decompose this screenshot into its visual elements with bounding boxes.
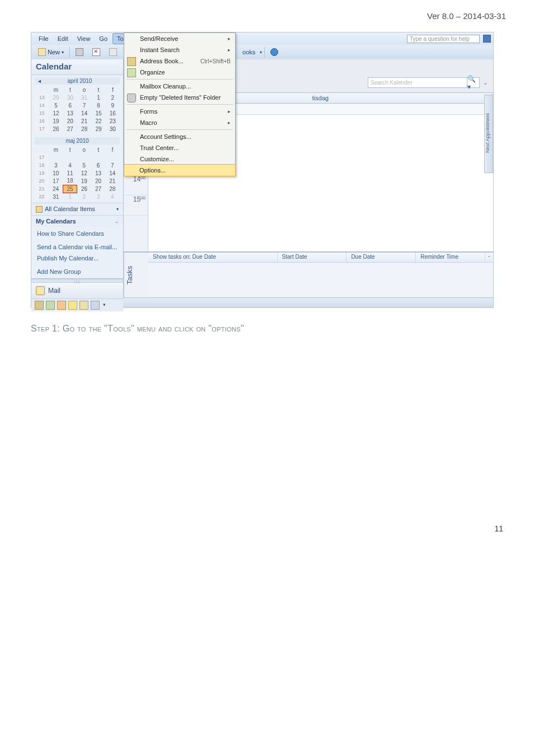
- search-calendar-input[interactable]: Search Kalender 🔍 ▾: [368, 77, 480, 88]
- menu-trust-center[interactable]: Trust Center...: [124, 142, 235, 153]
- nav-module-icons: ▾: [31, 298, 123, 311]
- menu-edit[interactable]: Edit: [54, 34, 72, 44]
- menu-instant-search[interactable]: Instant Search▸: [124, 44, 235, 55]
- tasks-col-due[interactable]: Due Date: [346, 253, 416, 262]
- tasks-panel: Tasks Show tasks on: Due Date Start Date…: [124, 251, 493, 297]
- new-icon: [38, 48, 46, 56]
- menu-send-receive[interactable]: Send/Receive▸: [124, 33, 235, 44]
- mini-calendar-maj[interactable]: maj 2010 mtotf 17 1834567 191011121314 2…: [31, 135, 123, 203]
- mail-nav-button[interactable]: Mail: [31, 282, 123, 298]
- menu-file[interactable]: File: [35, 34, 53, 44]
- configure-buttons-icon[interactable]: ▾: [102, 301, 107, 310]
- expand-search-icon[interactable]: ⌄: [483, 80, 488, 86]
- time-slot-15: 1500: [124, 195, 148, 216]
- contacts-icon[interactable]: [46, 301, 55, 310]
- print-button[interactable]: [72, 46, 87, 58]
- all-calendar-items[interactable]: All Calendar Items ▾: [31, 203, 123, 215]
- address-book-icon: [127, 57, 136, 66]
- menu-forms[interactable]: Forms▸: [124, 106, 235, 117]
- menu-go[interactable]: Go: [95, 34, 111, 44]
- organize-icon: [127, 68, 136, 77]
- toolbar-separator: [69, 47, 70, 57]
- chevron-down-icon[interactable]: ▾: [116, 207, 119, 212]
- menu-account-settings[interactable]: Account Settings...: [124, 131, 235, 142]
- tasks-dropdown-icon[interactable]: ⌄: [485, 253, 493, 262]
- menu-options[interactable]: Options...: [124, 164, 236, 176]
- prev-month-icon[interactable]: ◄: [37, 78, 42, 84]
- toolbar-ooks-label: ooks: [242, 49, 255, 55]
- shortcuts-icon[interactable]: [91, 301, 100, 310]
- cal-month-label: maj 2010: [65, 138, 88, 144]
- menu-address-book[interactable]: Address Book...Ctrl+Shift+B: [124, 55, 235, 67]
- chevron-down-icon[interactable]: ⌄: [115, 219, 119, 224]
- tasks-col-showon[interactable]: Show tasks on: Due Date: [148, 253, 278, 262]
- categorize-button[interactable]: [106, 46, 120, 58]
- tasks-header-row: Show tasks on: Due Date Start Date Due D…: [148, 253, 493, 263]
- chevron-down-icon[interactable]: ▾: [260, 50, 262, 55]
- doc-version-header: Ver 8.0 – 2014-03-31: [0, 0, 534, 26]
- help-dropdown-icon[interactable]: [483, 35, 491, 43]
- navigation-pane: Calendar ◄ april 2010 mtotf 1329303112 1…: [31, 59, 124, 297]
- menu-view[interactable]: View: [73, 34, 95, 44]
- menu-empty-deleted[interactable]: Empty "Deleted Items" Folder: [124, 92, 235, 103]
- time-slot-14: 1400: [124, 175, 148, 195]
- publish-calendar-link[interactable]: Publish My Calendar...: [31, 251, 123, 265]
- tasks-panel-label: Tasks: [124, 253, 148, 297]
- tasks-col-reminder[interactable]: Reminder Time: [416, 253, 485, 262]
- add-new-group-link[interactable]: Add New Group: [31, 265, 123, 278]
- categorize-icon: [109, 48, 117, 56]
- trash-icon: [127, 94, 136, 102]
- my-calendars-section[interactable]: My Calendars ⌄: [31, 215, 123, 227]
- calendar-icon[interactable]: [35, 301, 44, 310]
- chevron-down-icon: ▾: [62, 50, 64, 55]
- next-appointment-tab[interactable]: Next Appointment: [484, 95, 493, 173]
- mail-icon: [36, 286, 45, 295]
- delete-icon: [92, 48, 100, 56]
- new-label: New: [48, 49, 60, 55]
- help-button[interactable]: [267, 46, 282, 58]
- help-search-input[interactable]: Type a question for help: [407, 35, 480, 43]
- help-icon: [270, 48, 278, 56]
- new-button[interactable]: New ▾: [35, 46, 67, 58]
- mini-calendar-april[interactable]: ◄ april 2010 mtotf 1329303112 1456789 15…: [31, 75, 123, 135]
- step-caption: Step 1: Go to the "Tools" menu and click…: [31, 324, 534, 334]
- menu-customize[interactable]: Customize...: [124, 153, 235, 165]
- menu-mailbox-cleanup[interactable]: Mailbox Cleanup...: [124, 81, 235, 92]
- menu-macro[interactable]: Macro▸: [124, 117, 235, 128]
- toolbar: New ▾ ooks ▾: [31, 45, 493, 59]
- cal-month-label: april 2010: [68, 78, 92, 84]
- tasks-icon[interactable]: [57, 301, 66, 310]
- how-to-share-link[interactable]: How to Share Calendars: [31, 227, 123, 240]
- nav-header-calendar: Calendar: [31, 59, 123, 75]
- notes-icon[interactable]: [68, 301, 77, 310]
- page-number: 11: [0, 334, 534, 544]
- menu-organize[interactable]: Organize: [124, 67, 235, 78]
- toolbar-separator: [264, 47, 265, 57]
- outlook-window: File Edit View Go Tools Actions QDIR Hel…: [31, 32, 494, 308]
- print-icon: [76, 48, 83, 56]
- menu-bar: File Edit View Go Tools Actions QDIR Hel…: [31, 32, 493, 45]
- tasks-col-start[interactable]: Start Date: [278, 253, 347, 262]
- delete-button[interactable]: [89, 46, 104, 58]
- folder-icon[interactable]: [79, 301, 88, 310]
- tools-dropdown-menu: Send/Receive▸ Instant Search▸ Address Bo…: [124, 32, 236, 176]
- search-icon[interactable]: 🔍 ▾: [467, 78, 479, 87]
- calendar-icon: [36, 206, 43, 213]
